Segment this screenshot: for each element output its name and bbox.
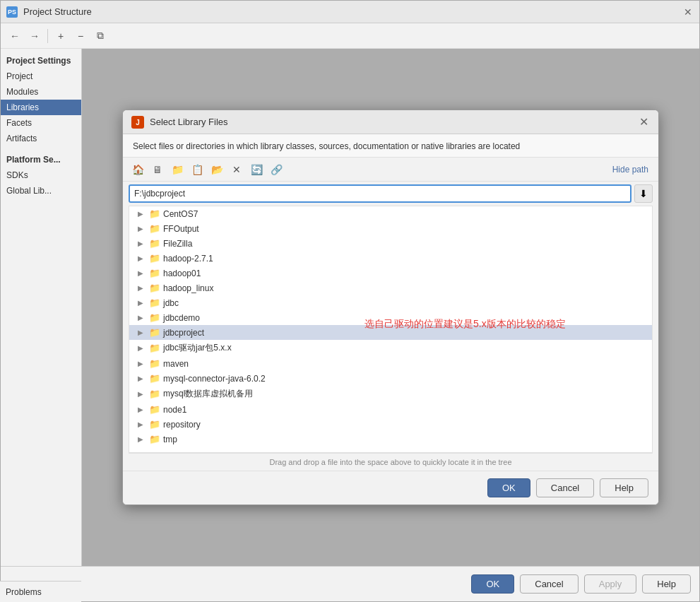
refresh-button[interactable]: 🔄 (247, 160, 266, 179)
tree-item-label: hadoop_linux (163, 283, 213, 293)
file-tree[interactable]: ▶ 📁 CentOS7 ▶ 📁 FFOutput ▶ 📁 FileZilla ▶… (129, 206, 653, 453)
tree-arrow-icon: ▶ (138, 240, 146, 247)
folder-icon: 📁 (149, 404, 160, 415)
folder-copy-button[interactable]: 📋 (188, 160, 206, 179)
tree-item[interactable]: ▶ 📁 tmp (129, 432, 652, 447)
tree-item[interactable]: ▶ 📁 jdbcproject (129, 325, 652, 340)
main-toolbar: ← → + − ⧉ (1, 23, 699, 49)
problems-bar[interactable]: Problems (0, 581, 81, 602)
dialog-toolbar: 🏠 🖥 📁 📋 📂 ✕ 🔄 🔗 Hide path (123, 158, 658, 182)
tree-item-label: CentOS7 (163, 209, 198, 219)
dialog-title-icon: J (131, 116, 144, 129)
tree-arrow-icon: ▶ (138, 225, 146, 232)
platform-settings-label: Platform Se... (1, 149, 81, 167)
tree-item-label: jdbcdemo (163, 313, 200, 323)
copy-button[interactable]: ⧉ (92, 28, 109, 45)
tree-item[interactable]: ▶ 📁 node1 (129, 402, 652, 417)
tree-item-label: FFOutput (163, 224, 199, 234)
tree-item-label: jdbc驱动jar包5.x.x (163, 342, 232, 354)
folder-icon: 📁 (149, 283, 160, 293)
select-library-files-dialog: J Select Library Files ✕ Select files or… (122, 110, 659, 505)
add-button[interactable]: + (52, 28, 69, 45)
tree-item[interactable]: ▶ 📁 FileZilla (129, 236, 652, 251)
sidebar-item-sdks[interactable]: SDKs (1, 167, 81, 183)
tree-arrow-icon: ▶ (138, 390, 146, 398)
tree-item[interactable]: ▶ 📁 jdbcdemo (129, 310, 652, 325)
ok-button[interactable]: OK (471, 574, 514, 594)
tree-item[interactable]: ▶ 📁 jdbc (129, 295, 652, 310)
tree-item-label: tmp (163, 435, 177, 444)
new-folder-button[interactable]: 📂 (208, 160, 226, 179)
tree-item[interactable]: ▶ 📁 mysql数据库虚拟机备用 (129, 386, 652, 402)
apply-button[interactable]: Apply (584, 574, 637, 594)
folder-icon: 📁 (149, 208, 160, 219)
help-button[interactable]: Help (642, 574, 691, 594)
dialog-title-bar: J Select Library Files ✕ (123, 110, 658, 134)
tree-arrow-icon: ▶ (138, 435, 146, 443)
tree-item[interactable]: ▶ 📁 hadoop_linux (129, 281, 652, 295)
tree-arrow-icon: ▶ (138, 269, 146, 277)
tree-arrow-icon: ▶ (138, 374, 146, 382)
hide-path-button[interactable]: Hide path (608, 163, 653, 176)
sidebar-item-project[interactable]: Project (1, 69, 81, 84)
sidebar: Project Settings Project Modules Librari… (1, 49, 82, 566)
sidebar-item-global-lib[interactable]: Global Lib... (1, 183, 81, 199)
sidebar-item-artifacts[interactable]: Artifacts (1, 131, 81, 146)
sidebar-item-facets[interactable]: Facets (1, 115, 81, 131)
path-input[interactable] (129, 184, 631, 203)
folder-icon: 📁 (149, 223, 160, 234)
window-close-button[interactable]: ✕ (682, 6, 694, 18)
window-title: Project Structure (23, 6, 92, 17)
tree-item[interactable]: ▶ 📁 jdbc驱动jar包5.x.x (129, 340, 652, 356)
tree-item[interactable]: ▶ 📁 repository (129, 417, 652, 432)
content-area: Project Settings Project Modules Librari… (1, 49, 699, 566)
tree-item-label: hadoop01 (163, 268, 201, 278)
sidebar-item-libraries[interactable]: Libraries (1, 100, 81, 115)
modal-overlay: J Select Library Files ✕ Select files or… (82, 49, 699, 566)
home-button[interactable]: 🏠 (129, 160, 147, 179)
tree-item-label: maven (163, 359, 189, 369)
tree-item[interactable]: ▶ 📁 FFOutput (129, 221, 652, 236)
folder-icon: 📁 (149, 253, 160, 264)
path-download-button[interactable]: ⬇ (634, 184, 653, 203)
folder-icon: 📁 (149, 419, 160, 430)
folder-icon: 📁 (149, 434, 160, 444)
folder-button[interactable]: 📁 (168, 160, 186, 179)
tree-item[interactable]: ▶ 📁 hadoop-2.7.1 (129, 251, 652, 266)
tree-arrow-icon: ▶ (138, 284, 146, 292)
tree-item-label: jdbc (163, 298, 179, 308)
folder-icon: 📁 (149, 327, 160, 338)
tree-arrow-icon: ▶ (138, 420, 146, 428)
dialog-subtitle: Select files or directories in which lib… (123, 134, 658, 158)
tree-item[interactable]: ▶ 📁 hadoop01 (129, 266, 652, 281)
folder-icon: 📁 (149, 312, 160, 323)
sidebar-item-modules[interactable]: Modules (1, 84, 81, 100)
folder-icon: 📁 (149, 268, 160, 278)
dialog-close-button[interactable]: ✕ (637, 116, 650, 129)
dialog-help-button[interactable]: Help (600, 478, 648, 497)
tree-arrow-icon: ▶ (138, 360, 146, 367)
cancel-button[interactable]: Cancel (520, 574, 578, 594)
tree-item-label: jdbcproject (163, 328, 204, 338)
tree-item-label: FileZilla (163, 239, 192, 249)
computer-button[interactable]: 🖥 (148, 160, 167, 179)
tree-item[interactable]: ▶ 📁 mysql-connector-java-6.0.2 (129, 371, 652, 386)
back-button[interactable]: ← (6, 28, 23, 45)
title-bar: PS Project Structure ✕ (1, 1, 699, 23)
dialog-ok-button[interactable]: OK (487, 478, 530, 497)
remove-button[interactable]: − (72, 28, 89, 45)
tree-item[interactable]: ▶ 📁 maven (129, 356, 652, 371)
tree-item[interactable]: ▶ 📁 CentOS7 (129, 206, 652, 221)
tree-arrow-icon: ▶ (138, 344, 146, 352)
path-row: ⬇ (123, 182, 658, 206)
app-icon: PS (6, 6, 18, 18)
tree-item-label: mysql数据库虚拟机备用 (163, 388, 253, 400)
dialog-buttons: OK Cancel Help (123, 471, 658, 504)
dialog-title-text: Select Library Files (150, 117, 228, 127)
tree-arrow-icon: ▶ (138, 299, 146, 307)
delete-button[interactable]: ✕ (227, 160, 246, 179)
link-button[interactable]: 🔗 (267, 160, 285, 179)
project-settings-label: Project Settings (1, 52, 81, 69)
dialog-cancel-button[interactable]: Cancel (536, 478, 594, 497)
forward-button[interactable]: → (26, 28, 43, 45)
